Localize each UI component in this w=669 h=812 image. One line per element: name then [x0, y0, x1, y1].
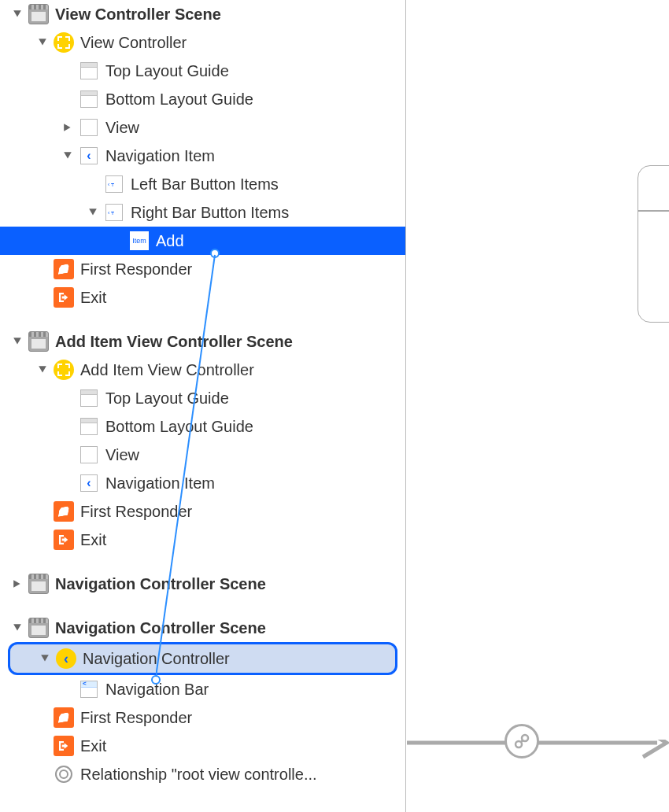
first-responder-row[interactable]: First Responder: [0, 497, 405, 526]
row-label: Add: [156, 232, 184, 250]
disclosure-triangle-icon[interactable]: [61, 121, 74, 134]
navigation-bar-row[interactable]: Navigation Bar: [0, 675, 405, 703]
disclosure-triangle-icon[interactable]: [11, 578, 24, 590]
row-label: View: [105, 119, 139, 137]
relationship-icon: [54, 764, 74, 784]
scene-icon: [28, 4, 49, 24]
row-label: Exit: [80, 737, 106, 755]
view-icon: [79, 117, 99, 138]
view-controller-icon: [54, 360, 74, 380]
first-responder-icon: [54, 259, 74, 279]
view-controller-row[interactable]: Add Item View Controller: [0, 356, 405, 384]
left-bar-button-items-row[interactable]: ‹ ᴛ Left Bar Button Items: [0, 170, 405, 198]
row-label: Relationship "root view controlle...: [80, 766, 317, 784]
segue-kind-icon[interactable]: [505, 724, 539, 758]
row-label: First Responder: [80, 709, 192, 727]
first-responder-icon: [54, 501, 74, 522]
scene-icon: [28, 331, 49, 352]
navigation-item-row[interactable]: ‹ Navigation Item: [0, 142, 405, 170]
exit-icon: [54, 530, 74, 550]
view-row[interactable]: View: [0, 441, 405, 469]
row-label: Left Bar Button Items: [131, 175, 279, 194]
scene-label: View Controller Scene: [55, 6, 221, 24]
navigation-bar-icon: [79, 679, 99, 699]
bottom-layout-guide-row[interactable]: Bottom Layout Guide: [0, 412, 405, 441]
layout-guide-icon: [79, 416, 99, 437]
navigation-item-icon: ‹: [79, 473, 99, 493]
first-responder-icon: [54, 707, 74, 728]
bottom-layout-guide-row[interactable]: Bottom Layout Guide: [0, 85, 405, 113]
first-responder-row[interactable]: First Responder: [0, 255, 405, 283]
disclosure-triangle-icon[interactable]: [36, 364, 49, 376]
scene-row[interactable]: Add Item View Controller Scene: [0, 327, 405, 356]
first-responder-row[interactable]: First Responder: [0, 703, 405, 732]
exit-row[interactable]: Exit: [0, 732, 405, 760]
row-label: View Controller: [80, 34, 187, 52]
scene-label: Navigation Controller Scene: [55, 575, 266, 593]
canvas-storyboard-box[interactable]: [638, 165, 669, 323]
view-controller-row[interactable]: View Controller: [0, 28, 405, 57]
bar-button-item-icon: Item: [129, 231, 150, 251]
disclosure-triangle-icon[interactable]: [39, 652, 51, 665]
view-row[interactable]: View: [0, 113, 405, 142]
navigation-controller-row[interactable]: ‹ Navigation Controller: [8, 642, 397, 675]
row-label: First Responder: [80, 503, 192, 521]
canvas-area[interactable]: [407, 0, 669, 812]
connection-end-dot: [151, 675, 161, 685]
row-label: Exit: [80, 289, 106, 307]
row-label: Navigation Controller: [83, 650, 230, 668]
disclosure-triangle-icon[interactable]: [36, 36, 49, 49]
exit-icon: [54, 736, 74, 756]
scene-row[interactable]: Navigation Controller Scene: [0, 614, 405, 642]
top-layout-guide-row[interactable]: Top Layout Guide: [0, 57, 405, 85]
navigation-controller-icon: ‹: [56, 648, 76, 669]
scene-label: Add Item View Controller Scene: [55, 333, 293, 351]
row-label: Add Item View Controller: [80, 361, 254, 379]
row-label: Bottom Layout Guide: [105, 418, 253, 436]
right-bar-button-items-row[interactable]: ‹ ᴛ Right Bar Button Items: [0, 198, 405, 227]
row-label: First Responder: [80, 260, 192, 279]
view-controller-icon: [54, 32, 74, 53]
layout-guide-icon: [79, 89, 99, 109]
top-layout-guide-row[interactable]: Top Layout Guide: [0, 384, 405, 412]
navigation-item-row[interactable]: ‹ Navigation Item: [0, 469, 405, 497]
exit-row[interactable]: Exit: [0, 526, 405, 554]
scene-row[interactable]: View Controller Scene: [0, 0, 405, 28]
scene-icon: [28, 574, 49, 594]
row-label: Navigation Item: [105, 147, 215, 165]
row-label: Top Layout Guide: [105, 62, 229, 80]
scene-row[interactable]: Navigation Controller Scene: [0, 570, 405, 598]
disclosure-triangle-icon[interactable]: [11, 622, 24, 634]
relationship-segue-row[interactable]: Relationship "root view controlle...: [0, 760, 405, 788]
disclosure-triangle-icon[interactable]: [61, 149, 74, 162]
exit-row[interactable]: Exit: [0, 283, 405, 312]
layout-guide-icon: [79, 61, 99, 81]
scene-label: Navigation Controller Scene: [55, 619, 266, 637]
row-label: Bottom Layout Guide: [105, 90, 253, 109]
svg-line-4: [521, 740, 523, 743]
view-icon: [79, 445, 99, 465]
row-label: Top Layout Guide: [105, 389, 229, 408]
disclosure-triangle-icon[interactable]: [87, 206, 99, 219]
row-label: Navigation Item: [105, 474, 215, 493]
row-label: Right Bar Button Items: [131, 204, 289, 222]
scene-icon: [28, 618, 49, 638]
disclosure-triangle-icon[interactable]: [11, 335, 24, 348]
exit-icon: [54, 287, 74, 308]
bar-button-items-icon: ‹ ᴛ: [104, 174, 124, 194]
connection-start-dot: [210, 249, 220, 258]
document-outline-panel[interactable]: View Controller Scene View Controller To…: [0, 0, 406, 812]
add-bar-button-item-row[interactable]: Item Add: [0, 227, 405, 255]
navigation-item-icon: ‹: [79, 146, 99, 166]
disclosure-triangle-icon[interactable]: [11, 8, 24, 20]
bar-button-items-icon: ‹ ᴛ: [104, 202, 124, 223]
row-label: View: [105, 446, 139, 464]
layout-guide-icon: [79, 388, 99, 408]
row-label: Exit: [80, 531, 106, 549]
